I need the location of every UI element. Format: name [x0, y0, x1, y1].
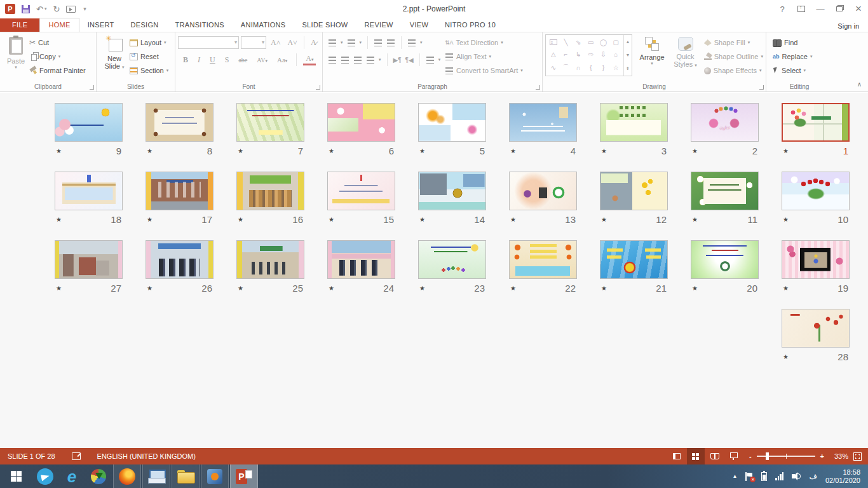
minimize-icon[interactable]: —	[811, 2, 830, 16]
slide-thumbnail-5[interactable]	[418, 103, 486, 142]
slide-thumbnail-28[interactable]	[782, 309, 850, 348]
tab-animations[interactable]: ANIMATIONS	[233, 18, 294, 32]
save-icon[interactable]	[22, 5, 30, 13]
animation-star-icon[interactable]: ★	[147, 147, 153, 154]
shadow-button[interactable]: S	[222, 55, 232, 65]
ribbon-display-options-icon[interactable]	[792, 2, 811, 16]
slide-thumbnail-7[interactable]	[236, 103, 304, 142]
animation-star-icon[interactable]: ★	[238, 216, 243, 223]
shape-fill-button[interactable]: Shape Fill▾	[704, 36, 763, 50]
slide-thumbnail-19[interactable]	[782, 240, 850, 279]
zoom-slider[interactable]	[757, 456, 815, 457]
text-direction-button[interactable]: ⇅AText Direction▾	[445, 36, 523, 50]
triangle-shape-icon[interactable]: △	[551, 51, 556, 58]
font-name-input[interactable]	[178, 36, 239, 49]
slide-thumbnail-24[interactable]	[327, 240, 395, 279]
customize-quick-access-icon[interactable]: ▾	[82, 6, 86, 12]
slide-thumbnail-18[interactable]	[55, 172, 123, 210]
slide-sorter-view-icon[interactable]	[687, 448, 705, 464]
decrease-indent-icon[interactable]	[374, 39, 383, 46]
arrow-shape-icon[interactable]: ⇘	[576, 39, 581, 46]
slide-thumbnail-17[interactable]	[146, 172, 214, 210]
drawing-dialog-launcher-icon[interactable]	[759, 85, 764, 90]
tab-slide-show[interactable]: SLIDE SHOW	[294, 18, 356, 32]
align-left-icon[interactable]	[328, 56, 337, 64]
undo-icon[interactable]: ↶▾	[36, 4, 46, 14]
font-dialog-launcher-icon[interactable]	[316, 85, 320, 90]
animation-star-icon[interactable]: ★	[510, 216, 516, 223]
arc-shape-icon[interactable]: ⌒	[562, 63, 569, 72]
format-painter-button[interactable]: Format Painter	[29, 64, 86, 78]
animation-star-icon[interactable]: ★	[510, 285, 516, 292]
animation-star-icon[interactable]: ★	[783, 353, 789, 360]
animation-star-icon[interactable]: ★	[147, 285, 153, 292]
slide-thumbnail-6[interactable]	[327, 103, 395, 142]
slide-thumbnail-11[interactable]	[691, 172, 759, 210]
slide-show-view-icon[interactable]	[725, 448, 743, 464]
slide-thumbnail-10[interactable]	[782, 172, 850, 210]
zoom-slider-thumb[interactable]	[766, 452, 769, 460]
rounded-rectangle-shape-icon[interactable]: ▢	[613, 39, 618, 46]
line-spacing-icon[interactable]	[407, 39, 416, 46]
zoom-out-icon[interactable]: -	[749, 452, 752, 460]
elbow-shape-icon[interactable]: ⌐	[564, 51, 568, 58]
animation-star-icon[interactable]: ★	[783, 285, 789, 292]
bullets-icon[interactable]	[328, 39, 337, 46]
strikethrough-button[interactable]: abc	[236, 57, 250, 64]
arrange-button[interactable]: Arrange ▾	[637, 34, 667, 81]
taskbar-firefox-icon[interactable]	[113, 464, 141, 488]
sign-in-link[interactable]: Sign in	[837, 22, 859, 30]
animation-star-icon[interactable]: ★	[783, 216, 789, 223]
slide-thumbnail-14[interactable]	[418, 172, 486, 210]
scribble-shape-icon[interactable]: ∿	[551, 64, 556, 71]
taskbar-powerpoint-icon[interactable]	[230, 464, 258, 488]
slide-thumbnail-4[interactable]	[509, 103, 577, 142]
align-center-icon[interactable]	[341, 56, 349, 64]
change-case-button[interactable]: Aa▾	[275, 56, 290, 64]
italic-button[interactable]: I	[195, 55, 203, 65]
tab-nitro-pro[interactable]: NITRO PRO 10	[437, 18, 504, 32]
tab-review[interactable]: REVIEW	[356, 18, 402, 32]
normal-view-icon[interactable]	[668, 448, 686, 464]
animation-star-icon[interactable]: ★	[601, 147, 607, 154]
ltr-direction-icon[interactable]: ▶¶	[393, 57, 402, 64]
help-icon[interactable]: ?	[773, 2, 792, 16]
tray-clock[interactable]: 18:58 02/01/2020	[825, 468, 860, 485]
animation-star-icon[interactable]: ★	[238, 147, 243, 154]
slide-thumbnail-16[interactable]	[236, 172, 304, 210]
slide-thumbnail-13[interactable]	[509, 172, 577, 210]
start-from-beginning-icon[interactable]	[66, 6, 76, 13]
animation-star-icon[interactable]: ★	[329, 285, 334, 292]
slide-thumbnail-15[interactable]	[327, 172, 395, 210]
justify-icon[interactable]	[366, 56, 375, 64]
copy-button[interactable]: Copy▾	[29, 50, 86, 64]
star-shape-icon[interactable]: ☆	[613, 64, 619, 71]
taskbar-on-screen-keyboard-icon[interactable]	[142, 464, 170, 488]
quick-styles-button[interactable]: Quick Styles ▾	[672, 34, 699, 81]
zoom-in-icon[interactable]: +	[820, 452, 824, 460]
tab-file[interactable]: FILE	[0, 18, 39, 32]
right-arrow-shape-icon[interactable]: ⇨	[588, 51, 593, 58]
battery-icon[interactable]	[761, 472, 767, 481]
font-color-button[interactable]: A▾	[303, 54, 316, 65]
slide-thumbnail-2[interactable]: تعاون	[691, 103, 759, 142]
animation-star-icon[interactable]: ★	[419, 285, 425, 292]
slide-thumbnail-21[interactable]	[600, 240, 668, 279]
animation-star-icon[interactable]: ★	[238, 285, 243, 292]
slide-thumbnail-9[interactable]	[55, 103, 123, 142]
slide-thumbnail-20[interactable]	[691, 240, 759, 279]
character-spacing-button[interactable]: AV▾	[254, 57, 270, 64]
show-hidden-icons-icon[interactable]: ▲	[733, 473, 738, 479]
slide-thumbnail-1[interactable]	[782, 103, 850, 142]
taskbar-telegram-icon[interactable]	[32, 464, 58, 488]
rectangle-shape-icon[interactable]: ▭	[588, 39, 593, 46]
collapse-ribbon-icon[interactable]: ∧	[857, 81, 862, 88]
taskbar-internet-explorer-icon[interactable]: e	[58, 464, 85, 488]
animation-star-icon[interactable]: ★	[601, 285, 607, 292]
convert-smartart-button[interactable]: Convert to SmartArt▾	[445, 64, 523, 78]
clipboard-dialog-launcher-icon[interactable]	[90, 85, 94, 90]
slide-thumbnail-23[interactable]	[418, 240, 486, 279]
animation-star-icon[interactable]: ★	[692, 285, 698, 292]
tab-design[interactable]: DESIGN	[123, 18, 167, 32]
shapes-scrollbar[interactable]: ▲▼⇟	[623, 35, 632, 76]
